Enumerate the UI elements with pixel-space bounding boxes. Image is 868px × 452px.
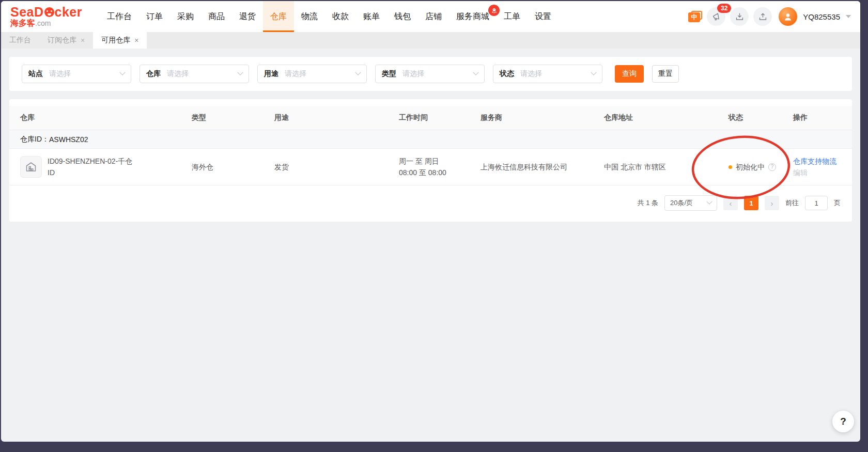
status-badge: 初始化中 bbox=[736, 161, 765, 173]
next-page-button[interactable]: › bbox=[765, 196, 779, 210]
status-select-label: 状态 bbox=[500, 69, 514, 79]
site-select-placeholder: 请选择 bbox=[49, 69, 120, 79]
page-size-select[interactable]: 20条/页 bbox=[664, 195, 717, 211]
site-select-label: 站点 bbox=[28, 69, 43, 79]
warehouse-name: ID09-SHENZHEN-02-千仓 bbox=[48, 155, 132, 167]
prev-page-button[interactable]: ‹ bbox=[723, 196, 738, 210]
tab-workbench-label: 工作台 bbox=[9, 36, 31, 45]
user-avatar[interactable] bbox=[779, 7, 797, 26]
chevron-down-icon bbox=[355, 70, 361, 75]
warehouse-purpose-cell: 发货 bbox=[274, 161, 399, 173]
warehouse-id-value: ASWHSZ02 bbox=[49, 135, 88, 144]
total-count: 共 1 条 bbox=[638, 198, 658, 208]
caret-down-icon[interactable] bbox=[846, 15, 851, 18]
type-select-label: 类型 bbox=[382, 69, 396, 79]
main-content: 站点 请选择 仓库 请选择 用途 请选择 类型 请选择 bbox=[1, 49, 860, 230]
chevron-down-icon bbox=[591, 70, 596, 75]
tab-available-warehouses[interactable]: 可用仓库 × bbox=[93, 32, 147, 49]
brand-domain: 海多客.com bbox=[10, 19, 82, 28]
tab-available-warehouses-label: 可用仓库 bbox=[101, 36, 130, 45]
app-screen: SeaDcker 海多客.com 工作台 订单 采购 商品 退货 仓库 物流 收… bbox=[1, 1, 860, 442]
brand-logo[interactable]: SeaDcker 海多客.com bbox=[10, 1, 82, 32]
language-icon-label: 中 bbox=[688, 12, 700, 22]
nav-item-products[interactable]: 商品 bbox=[201, 1, 232, 32]
nav-item-stores[interactable]: 店铺 bbox=[418, 1, 449, 32]
type-select-placeholder: 请选择 bbox=[402, 69, 474, 79]
brand-suffix: .com bbox=[35, 19, 51, 27]
nav-item-purchasing[interactable]: 采购 bbox=[170, 1, 201, 32]
upload-icon bbox=[758, 12, 768, 22]
app-header: SeaDcker 海多客.com 工作台 订单 采购 商品 退货 仓库 物流 收… bbox=[1, 1, 860, 32]
language-icon[interactable]: 中 bbox=[688, 11, 702, 22]
purpose-select[interactable]: 用途 请选择 bbox=[257, 65, 367, 83]
warehouse-logistics-link[interactable]: 仓库支持物流 bbox=[793, 155, 848, 167]
col-provider: 服务商 bbox=[481, 113, 604, 122]
page-1-button[interactable]: 1 bbox=[744, 196, 758, 210]
header-right: 中 32 YQ825535 bbox=[688, 1, 851, 32]
nav-item-collections[interactable]: 收款 bbox=[325, 1, 356, 32]
edit-link: 编辑 bbox=[793, 167, 848, 178]
nav-item-settings[interactable]: 设置 bbox=[528, 1, 559, 32]
nav-item-orders[interactable]: 订单 bbox=[139, 1, 170, 32]
nav-item-service-mall-label: 服务商城 bbox=[456, 11, 489, 22]
warehouse-name-text: ID09-SHENZHEN-02-千仓 ID bbox=[48, 155, 132, 178]
warehouse-id-label: 仓库ID： bbox=[20, 135, 49, 144]
tab-subscribed-warehouses[interactable]: 订阅仓库 × bbox=[39, 32, 93, 49]
col-type: 类型 bbox=[192, 113, 274, 122]
site-select[interactable]: 站点 请选择 bbox=[22, 65, 131, 83]
tab-subscribed-warehouses-label: 订阅仓库 bbox=[48, 36, 76, 45]
col-purpose: 用途 bbox=[274, 113, 399, 122]
download-icon bbox=[735, 12, 745, 22]
warehouse-select-label: 仓库 bbox=[146, 69, 161, 79]
status-dot-icon bbox=[729, 165, 732, 169]
search-button[interactable]: 查询 bbox=[615, 65, 644, 83]
username[interactable]: YQ825535 bbox=[803, 12, 840, 21]
announcement-button[interactable]: 32 bbox=[707, 7, 725, 26]
col-address: 仓库地址 bbox=[604, 113, 729, 122]
page-size-value: 20条/页 bbox=[670, 198, 693, 208]
col-actions: 操作 bbox=[793, 113, 852, 122]
nav-item-service-mall[interactable]: 服务商城 bbox=[449, 1, 497, 32]
brand-name: SeaDcker bbox=[10, 5, 82, 19]
nav-item-logistics[interactable]: 物流 bbox=[294, 1, 325, 32]
chevron-down-icon bbox=[237, 70, 243, 75]
notification-badge: 32 bbox=[717, 4, 731, 13]
col-warehouse: 仓库 bbox=[9, 113, 192, 122]
goto-page-input[interactable] bbox=[805, 196, 828, 210]
nav-item-workbench[interactable]: 工作台 bbox=[100, 1, 139, 32]
main-nav: 工作台 订单 采购 商品 退货 仓库 物流 收款 账单 钱包 店铺 服务商城 工… bbox=[100, 1, 559, 32]
status-help-icon[interactable]: ? bbox=[768, 163, 776, 171]
warehouse-group-row: 仓库ID： ASWHSZ02 bbox=[9, 130, 852, 148]
col-work-time: 工作时间 bbox=[399, 113, 481, 122]
provider-cell: 上海攸迁信息科技有限公司 bbox=[481, 161, 604, 173]
nav-item-work-orders[interactable]: 工单 bbox=[497, 1, 528, 32]
tab-close-icon[interactable]: × bbox=[134, 36, 138, 44]
type-select[interactable]: 类型 请选择 bbox=[375, 65, 485, 83]
chevron-down-icon bbox=[706, 199, 712, 205]
warehouse-icon bbox=[20, 156, 42, 178]
help-button[interactable]: ? bbox=[832, 411, 854, 432]
filter-bar: 站点 请选择 仓库 请选择 用途 请选择 类型 请选择 bbox=[9, 57, 852, 91]
pagination: 共 1 条 20条/页 ‹ 1 › 前往 页 bbox=[9, 185, 852, 222]
share-button[interactable] bbox=[753, 7, 772, 26]
goto-label: 前往 bbox=[785, 198, 799, 208]
warehouse-select[interactable]: 仓库 请选择 bbox=[140, 65, 249, 83]
status-select[interactable]: 状态 请选择 bbox=[493, 65, 602, 83]
tab-close-icon[interactable]: × bbox=[81, 36, 85, 44]
reset-button[interactable]: 重置 bbox=[652, 65, 679, 83]
megaphone-icon bbox=[711, 12, 721, 22]
status-cell: 初始化中 ? bbox=[729, 161, 793, 173]
tab-workbench[interactable]: 工作台 bbox=[1, 32, 39, 49]
nav-item-wallet[interactable]: 钱包 bbox=[387, 1, 418, 32]
table-row: ID09-SHENZHEN-02-千仓 ID 海外仓 发货 周一 至 周日 08… bbox=[9, 148, 852, 185]
nav-item-warehouse[interactable]: 仓库 bbox=[263, 1, 294, 32]
nav-item-returns[interactable]: 退货 bbox=[232, 1, 263, 32]
purpose-select-placeholder: 请选择 bbox=[285, 69, 356, 79]
brand-cn: 海多客 bbox=[10, 19, 35, 27]
col-status: 状态 bbox=[729, 113, 793, 122]
nav-item-bills[interactable]: 账单 bbox=[356, 1, 387, 32]
person-icon bbox=[783, 11, 793, 22]
download-button[interactable] bbox=[730, 7, 749, 26]
warehouse-name-cell: ID09-SHENZHEN-02-千仓 ID bbox=[9, 155, 192, 178]
brand-name-right: cker bbox=[55, 5, 82, 19]
